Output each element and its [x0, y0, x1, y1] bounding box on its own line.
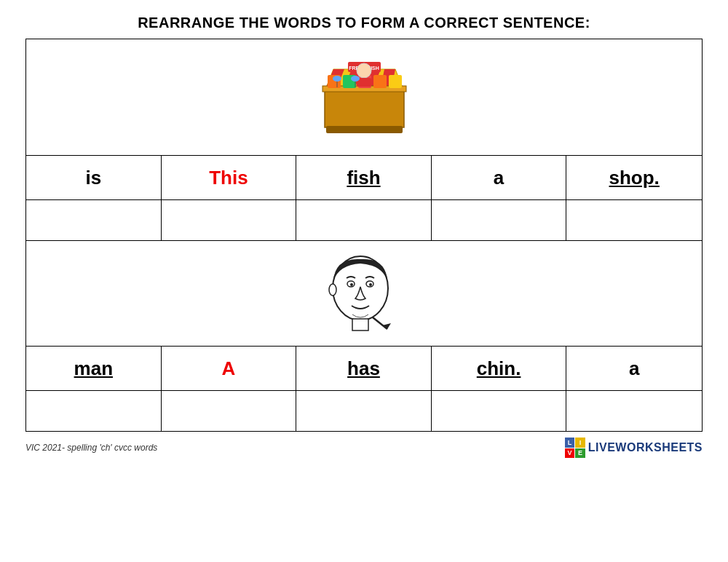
svg-point-20: [351, 76, 360, 82]
svg-point-26: [329, 284, 336, 296]
footer-attribution: VIC 2021- spelling 'ch' cvcc words: [25, 443, 157, 453]
page-title: REARRANGE THE WORDS TO FORM A CORRECT SE…: [138, 15, 590, 31]
word-cell-4: a: [432, 156, 567, 199]
svg-rect-13: [389, 75, 402, 88]
word-cell-2-1: man: [26, 347, 162, 390]
logo-icon-grid: L I V E: [565, 438, 585, 458]
man-face-illustration: [320, 250, 408, 338]
logo-text: LIVEWORKSHEETS: [588, 441, 703, 454]
words-row-2: man A has chin. a: [26, 347, 702, 391]
answer-row-1: [26, 200, 702, 241]
word-cell-2-2: A: [162, 347, 297, 390]
svg-rect-16: [326, 126, 403, 133]
answer-cell-2-5[interactable]: [566, 391, 702, 431]
word-cell-1: is: [26, 156, 162, 199]
fish-stall-illustration: FRESH FISH: [304, 47, 424, 149]
answer-cell-1-1[interactable]: [26, 200, 162, 240]
logo-box-L: L: [565, 438, 575, 448]
word-cell-2-4: chin.: [432, 347, 567, 390]
answer-cell-1-2[interactable]: [162, 200, 297, 240]
word-cell-5: shop.: [566, 156, 702, 199]
page: REARRANGE THE WORDS TO FORM A CORRECT SE…: [0, 0, 728, 562]
svg-point-14: [357, 63, 371, 78]
svg-marker-28: [382, 323, 391, 329]
word-cell-2-5: a: [566, 347, 702, 390]
answer-row-2: [26, 391, 702, 431]
svg-point-25: [369, 283, 372, 286]
words-row-1: is This fish a shop.: [26, 156, 702, 200]
svg-rect-12: [373, 75, 387, 88]
svg-rect-7: [325, 87, 404, 127]
word-cell-3: fish: [296, 156, 432, 199]
answer-cell-1-5[interactable]: [566, 200, 702, 240]
answer-cell-2-4[interactable]: [432, 391, 567, 431]
fish-stall-image-row: FRESH FISH: [26, 39, 702, 156]
answer-cell-2-1[interactable]: [26, 391, 162, 431]
logo-box-E: E: [575, 448, 585, 459]
svg-rect-29: [352, 319, 368, 331]
svg-point-24: [350, 283, 353, 286]
word-cell-2-3: has: [296, 347, 432, 390]
svg-point-18: [333, 76, 341, 82]
main-content-box: FRESH FISH: [25, 39, 703, 432]
logo-box-V: V: [565, 448, 575, 459]
man-face-image-row: [26, 241, 702, 347]
footer: VIC 2021- spelling 'ch' cvcc words L I V…: [25, 438, 703, 458]
liveworksheets-logo: L I V E LIVEWORKSHEETS: [565, 438, 703, 458]
logo-box-I: I: [575, 438, 585, 448]
answer-cell-2-2[interactable]: [162, 391, 297, 431]
answer-cell-1-4[interactable]: [432, 200, 567, 240]
answer-cell-2-3[interactable]: [296, 391, 432, 431]
word-cell-2: This: [162, 156, 297, 199]
answer-cell-1-3[interactable]: [296, 200, 432, 240]
